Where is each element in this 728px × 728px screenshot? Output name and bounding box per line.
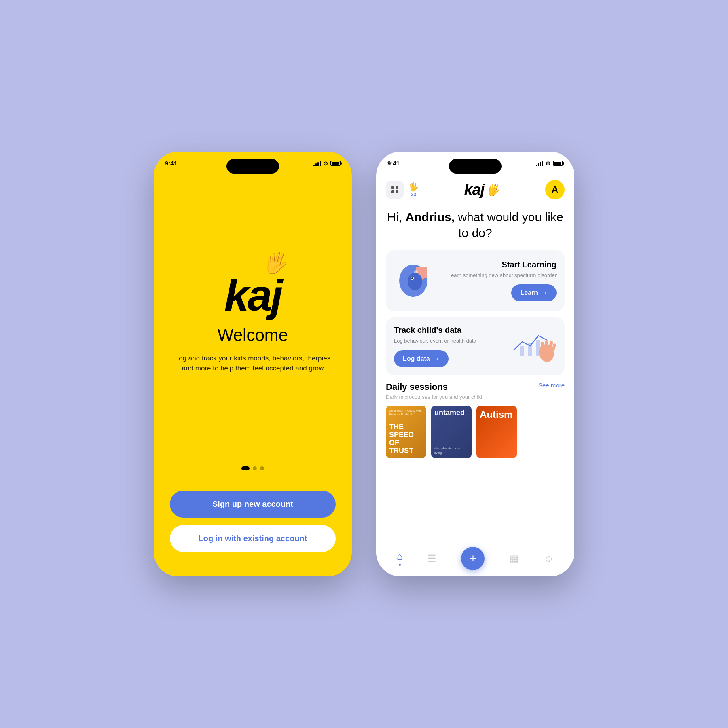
learn-btn-row: Learn → — [438, 279, 557, 301]
signal-icon-white — [536, 161, 543, 166]
home-active-dot — [399, 564, 401, 566]
bottom-navigation: ⌂ ☰ + ▩ ☺ — [376, 540, 574, 576]
svg-point-4 — [408, 273, 422, 290]
nav-chart[interactable]: ▩ — [510, 553, 519, 564]
notification-badge[interactable]: 🖐 23 — [408, 182, 419, 197]
book-untamed[interactable]: untamed stop pleasing, start living — [431, 406, 472, 458]
start-learning-card: Start Learning Learn something new about… — [386, 250, 565, 311]
card1-text: Start Learning Learn something new about… — [438, 260, 557, 301]
wifi-icon: ⊜ — [323, 160, 328, 167]
log-data-button[interactable]: Log data → — [394, 350, 449, 367]
notification-hand-icon: 🖐 — [408, 182, 419, 192]
welcome-content: 🖐 kaj Welcome Log and track your kids mo… — [154, 152, 352, 576]
login-button[interactable]: Log in with existing account — [170, 525, 336, 552]
sessions-subtitle: Daily microcourses for you and your chil… — [386, 394, 565, 400]
sessions-title: Daily sessions — [386, 382, 448, 392]
book-trust-title: THE SPEED OF TRUST — [389, 423, 423, 455]
greeting-text: Hi, Andrius, what would you like to do? — [386, 209, 565, 241]
nav-profile[interactable]: ☺ — [544, 553, 554, 564]
start-learning-desc: Learn something new about specturm disor… — [438, 272, 557, 279]
status-icons-white: ⊜ — [536, 160, 563, 167]
chart-hand-illustration — [512, 326, 557, 358]
list-icon: ☰ — [427, 553, 436, 564]
battery-icon-white — [553, 161, 563, 166]
wifi-icon-white: ⊜ — [546, 160, 550, 167]
page-dots — [241, 466, 264, 470]
status-time-white: 9:41 — [387, 160, 400, 167]
dot-1 — [253, 466, 257, 470]
user-avatar[interactable]: A — [545, 180, 565, 199]
chart-icon: ▩ — [510, 553, 519, 564]
signup-button[interactable]: Sign up new account — [170, 491, 336, 518]
greeting-name: Andrius, — [405, 210, 455, 224]
signal-icon — [313, 161, 321, 166]
card2-inner: Track child's data Log behaviour, event … — [394, 326, 557, 367]
battery-icon — [330, 161, 341, 166]
dot-active — [241, 466, 250, 470]
profile-icon: ☺ — [544, 553, 554, 564]
books-row: Stephen M.R. Covey With Rebecca R. Merri… — [386, 406, 565, 458]
learn-button[interactable]: Learn → — [511, 284, 557, 301]
book-autism-title: Autism — [480, 409, 514, 420]
phone-welcome: 9:41 ⊜ 🖐 kaj Welcome Log and track your … — [154, 152, 352, 576]
nav-home[interactable]: ⌂ — [397, 551, 403, 566]
grid-menu-button[interactable] — [386, 181, 404, 199]
status-icons-yellow: ⊜ — [313, 160, 341, 167]
dynamic-island-white — [449, 159, 502, 174]
see-more-button[interactable]: See more — [538, 382, 565, 389]
book-autism[interactable]: Autism — [476, 406, 517, 458]
top-navigation: 🖐 23 kaj 🖐 A — [386, 180, 565, 199]
sessions-header: Daily sessions See more — [386, 382, 565, 392]
kaj-hand-icon: 🖐 — [486, 183, 499, 197]
notification-count: 23 — [411, 192, 416, 197]
nav-list[interactable]: ☰ — [427, 553, 436, 564]
svg-rect-8 — [528, 343, 532, 356]
start-learning-title: Start Learning — [438, 260, 557, 269]
welcome-title: Welcome — [218, 326, 288, 345]
status-time-yellow: 9:41 — [165, 160, 177, 167]
svg-rect-12 — [545, 340, 548, 351]
track-data-desc: Log behaviour, event or health data — [394, 337, 512, 345]
book-untamed-title: untamed — [434, 409, 468, 417]
home-icon: ⌂ — [397, 551, 403, 562]
nav-left: 🖐 23 — [386, 181, 419, 199]
svg-rect-7 — [520, 346, 524, 356]
welcome-description: Log and track your kids moods, behaviors… — [170, 353, 336, 374]
phone-home: 9:41 ⊜ 🖐 23 — [376, 152, 574, 576]
svg-point-6 — [411, 277, 413, 279]
book-trust[interactable]: Stephen M.R. Covey With Rebecca R. Merri… — [386, 406, 426, 458]
plus-icon: + — [470, 552, 477, 565]
dot-2 — [260, 466, 264, 470]
book-untamed-subtitle: stop pleasing, start living — [434, 447, 468, 455]
nav-add-button[interactable]: + — [461, 547, 485, 570]
dynamic-island — [226, 159, 279, 174]
home-content: 🖐 23 kaj 🖐 A Hi, Andrius, what would you… — [376, 152, 574, 576]
puzzle-illustration — [390, 260, 436, 301]
kaj-logo-yellow: 🖐 kaj — [224, 273, 281, 317]
track-data-title: Track child's data — [394, 326, 512, 335]
hand-icon-yellow: 🖐 — [262, 253, 285, 273]
track-data-card: Track child's data Log behaviour, event … — [386, 317, 565, 375]
daily-sessions-section: Daily sessions See more Daily microcours… — [386, 382, 565, 458]
kaj-logo-white: kaj 🖐 — [464, 181, 500, 199]
card2-text: Track child's data Log behaviour, event … — [394, 326, 512, 367]
grid-icon — [391, 186, 398, 193]
book-trust-author: Stephen M.R. Covey With Rebecca R. Merri… — [389, 409, 423, 416]
